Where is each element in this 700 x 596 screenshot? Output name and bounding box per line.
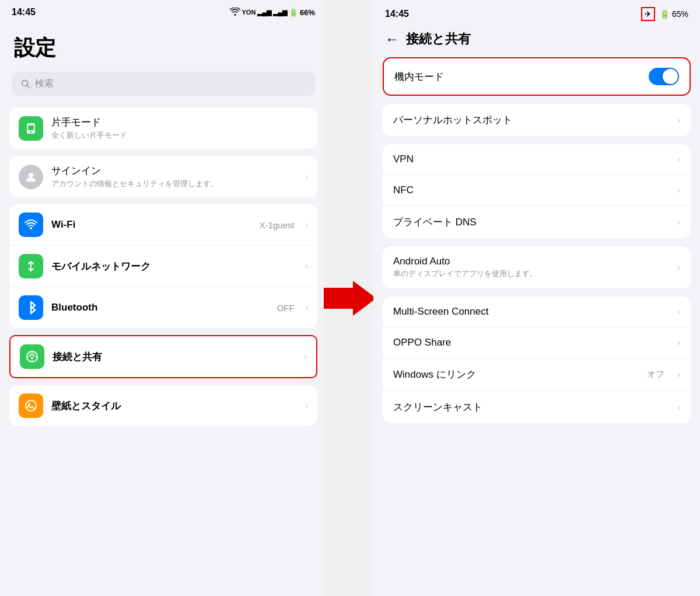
mobile-item[interactable]: モバイルネットワーク ›: [9, 246, 317, 287]
connection-icon: [20, 344, 44, 369]
vpn-chevron: ›: [677, 154, 680, 165]
windows-link-text: Windows にリンク: [393, 368, 640, 381]
mobile-chevron: ›: [305, 261, 308, 271]
connection-chevron: ›: [304, 351, 307, 362]
svg-point-8: [31, 357, 33, 359]
arrow-body: [324, 288, 353, 309]
battery-icon-left: 🔋: [289, 8, 298, 17]
mobile-svg: [24, 260, 37, 273]
svg-point-6: [30, 227, 32, 229]
one-hand-title: 片手モード: [51, 116, 308, 129]
left-time: 14:45: [12, 7, 36, 18]
search-bar[interactable]: 検索: [12, 72, 315, 96]
android-auto-text: Android Auto 車のディスプレイでアプリを使用します。: [393, 256, 668, 279]
dns-chevron: ›: [677, 217, 680, 228]
oppo-share-title: OPPO Share: [393, 337, 668, 348]
bluetooth-icon: [19, 295, 43, 320]
airplane-mode-icon: ✈: [641, 7, 655, 21]
hotspot-title: パーソナルホットスポット: [393, 113, 668, 127]
network-section: Wi-Fi X-1guest › モバイルネットワーク ›: [9, 204, 317, 328]
right-panel: 14:45 ✈ 🔋 65% ← 接続と共有 機内モード: [373, 0, 700, 596]
oppo-share-chevron: ›: [677, 337, 680, 348]
airplane-mode-item[interactable]: 機内モード: [384, 58, 690, 95]
bluetooth-svg: [26, 301, 36, 315]
airplane-toggle[interactable]: [649, 68, 679, 85]
wallpaper-section: 壁紙とスタイル ›: [9, 385, 317, 426]
bluetooth-value: OFF: [277, 303, 295, 313]
bluetooth-chevron: ›: [305, 302, 308, 313]
left-panel: 14:45 YON ▂▄▆ ▂▄▆ 🔋 66% 設定 検索: [0, 0, 327, 596]
battery-percent-left: 66%: [300, 8, 315, 17]
signin-item[interactable]: サインイン アカウントの情報とセキュリティを管理します。 ›: [9, 156, 317, 197]
android-auto-chevron: ›: [677, 262, 680, 273]
svg-point-4: [30, 131, 32, 133]
bluetooth-text: Bluetooth: [51, 302, 269, 313]
signin-chevron: ›: [305, 172, 308, 182]
signin-subtitle: アカウントの情報とセキュリティを管理します。: [51, 179, 295, 189]
cell-signal2-icon: ▂▄▆: [273, 9, 287, 16]
airplane-mode-text: 機内モード: [394, 70, 642, 83]
windows-link-item[interactable]: Windows にリンク オフ ›: [383, 358, 691, 391]
screen-cast-item[interactable]: スクリーンキャスト ›: [383, 391, 691, 423]
android-auto-subtitle: 車のディスプレイでアプリを使用します。: [393, 269, 668, 279]
wifi-item[interactable]: Wi-Fi X-1guest ›: [9, 204, 317, 246]
one-hand-section: 片手モード 全く新しい片手モード: [9, 107, 317, 149]
signin-title: サインイン: [51, 164, 295, 177]
wallpaper-title: 壁紙とスタイル: [51, 399, 295, 413]
connection-highlighted[interactable]: 接続と共有 ›: [9, 335, 317, 378]
right-page-title: 接続と共有: [406, 30, 471, 48]
one-hand-subtitle: 全く新しい片手モード: [51, 130, 308, 141]
back-button[interactable]: ←: [385, 31, 399, 47]
toggle-knob: [663, 69, 678, 84]
one-hand-icon: [19, 116, 43, 141]
arrow-container: [327, 0, 373, 596]
cell-signal-icon: ▂▄▆: [257, 9, 271, 16]
wifi-svg: [24, 219, 37, 230]
left-status-bar: 14:45 YON ▂▄▆ ▂▄▆ 🔋 66%: [0, 0, 327, 22]
one-hand-svg: [24, 121, 38, 135]
one-hand-item[interactable]: 片手モード 全く新しい片手モード: [9, 107, 317, 149]
screen-cast-chevron: ›: [677, 402, 680, 413]
nfc-title: NFC: [393, 184, 668, 196]
airplane-mode-section: 機内モード: [383, 57, 691, 96]
dns-title: プライベート DNS: [393, 215, 668, 229]
wifi-status-icon: [230, 8, 240, 18]
multi-screen-text: Multi-Screen Connect: [393, 306, 668, 318]
multi-screen-chevron: ›: [677, 306, 680, 317]
hotspot-text: パーソナルホットスポット: [393, 113, 668, 127]
nfc-item[interactable]: NFC ›: [383, 175, 691, 206]
hotspot-item[interactable]: パーソナルホットスポット ›: [383, 104, 691, 136]
connection-item[interactable]: 接続と共有 ›: [10, 336, 316, 377]
connection-text: 接続と共有: [52, 350, 293, 364]
dns-item[interactable]: プライベート DNS ›: [383, 206, 691, 238]
mobile-title: モバイルネットワーク: [51, 260, 295, 273]
bluetooth-title: Bluetooth: [51, 302, 269, 313]
vpn-item[interactable]: VPN ›: [383, 144, 691, 175]
screen-cast-text: スクリーンキャスト: [393, 400, 668, 414]
vpn-nfc-dns-section: VPN › NFC › プライベート DNS ›: [383, 144, 691, 238]
right-status-icons: ✈ 🔋 65%: [641, 7, 688, 21]
connection-title: 接続と共有: [52, 350, 293, 364]
vpn-text: VPN: [393, 154, 668, 165]
multi-screen-item[interactable]: Multi-Screen Connect ›: [383, 297, 691, 327]
hotspot-chevron: ›: [677, 115, 680, 126]
wifi-icon: [19, 212, 43, 237]
signin-text: サインイン アカウントの情報とセキュリティを管理します。: [51, 164, 295, 189]
nfc-text: NFC: [393, 184, 668, 196]
oppo-share-item[interactable]: OPPO Share ›: [383, 327, 691, 358]
mobile-text: モバイルネットワーク: [51, 260, 295, 273]
nfc-chevron: ›: [677, 185, 680, 196]
arrow-head: [353, 281, 376, 316]
android-auto-item[interactable]: Android Auto 車のディスプレイでアプリを使用します。 ›: [383, 246, 691, 288]
hotspot-section: パーソナルホットスポット ›: [383, 104, 691, 136]
right-status-bar: 14:45 ✈ 🔋 65%: [373, 0, 700, 26]
screen-cast-title: スクリーンキャスト: [393, 400, 668, 414]
right-time: 14:45: [385, 9, 409, 19]
svg-point-5: [29, 173, 33, 177]
bluetooth-item[interactable]: Bluetooth OFF ›: [9, 287, 317, 328]
multi-screen-title: Multi-Screen Connect: [393, 306, 668, 318]
wallpaper-item[interactable]: 壁紙とスタイル ›: [9, 385, 317, 426]
search-icon: [21, 79, 30, 89]
wallpaper-text: 壁紙とスタイル: [51, 399, 295, 413]
battery-icon-right: 🔋: [660, 9, 670, 19]
